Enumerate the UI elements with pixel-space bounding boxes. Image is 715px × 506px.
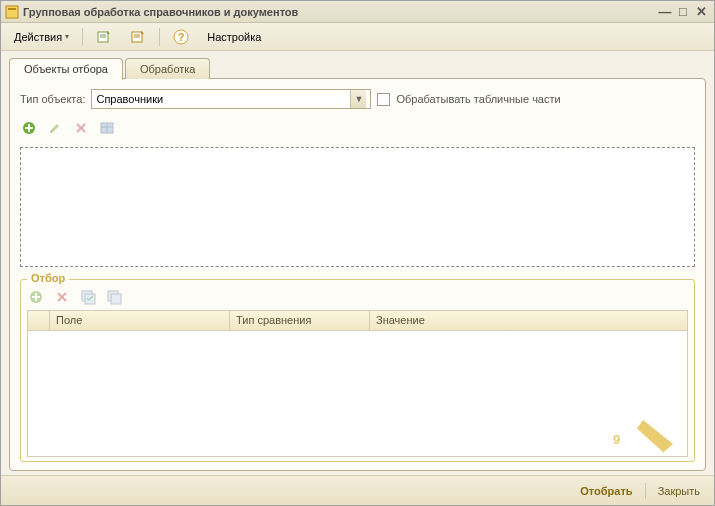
grid-col-value[interactable]: Значение [370, 311, 687, 330]
main-toolbar: Действия ? Настройка [1, 23, 714, 51]
footer: Отобрать Закрыть [1, 475, 714, 505]
select-button[interactable]: Отобрать [576, 483, 636, 499]
grid-header: Поле Тип сравнения Значение [28, 311, 687, 331]
filter-fieldset: Отбор Поле Тип сравне [20, 279, 695, 462]
window-title: Групповая обработка справочников и докум… [23, 6, 656, 18]
actions-menu[interactable]: Действия [7, 26, 76, 48]
tab-objects[interactable]: Объекты отбора [9, 58, 123, 80]
type-label: Тип объекта: [20, 93, 85, 105]
filter-uncheckall-icon [105, 288, 123, 306]
chevron-down-icon[interactable]: ▼ [350, 90, 366, 108]
toolbar-icon-2[interactable] [123, 26, 153, 48]
filter-legend: Отбор [27, 272, 69, 284]
title-bar: Групповая обработка справочников и докум… [1, 1, 714, 23]
toolbar-separator [82, 28, 83, 46]
objects-toolbar [20, 117, 695, 139]
close-window-button[interactable]: ✕ [692, 4, 710, 20]
settings-label: Настройка [207, 31, 261, 43]
close-button[interactable]: Закрыть [654, 483, 704, 499]
settings-button[interactable]: Настройка [200, 26, 268, 48]
tabs: Объекты отбора Обработка [9, 57, 706, 78]
table-icon [98, 119, 116, 137]
grid-col-field[interactable]: Поле [50, 311, 230, 330]
filter-toolbar [27, 286, 688, 310]
type-row: Тип объекта: Справочники ▼ Обрабатывать … [20, 89, 695, 109]
type-combo-value: Справочники [96, 93, 350, 105]
svg-rect-0 [6, 6, 18, 18]
svg-rect-1 [8, 8, 16, 10]
watermark-icon: 9 [577, 354, 688, 457]
grid-col-compare[interactable]: Тип сравнения [230, 311, 370, 330]
process-tabular-checkbox[interactable] [377, 93, 390, 106]
help-button[interactable]: ? [166, 26, 196, 48]
grid-col-check[interactable] [28, 311, 50, 330]
svg-text:9: 9 [613, 432, 620, 447]
filter-delete-icon [53, 288, 71, 306]
tab-processing[interactable]: Обработка [125, 58, 210, 79]
app-icon [5, 5, 19, 19]
process-tabular-label: Обрабатывать табличные части [396, 93, 560, 105]
footer-separator [645, 483, 646, 499]
grid-body[interactable]: 9 [28, 331, 687, 456]
edit-icon [46, 119, 64, 137]
objects-list[interactable] [20, 147, 695, 267]
delete-icon [72, 119, 90, 137]
add-icon[interactable] [20, 119, 38, 137]
toolbar-icon-1[interactable] [89, 26, 119, 48]
minimize-button[interactable]: — [656, 4, 674, 20]
filter-grid[interactable]: Поле Тип сравнения Значение 9 [27, 310, 688, 457]
type-combo[interactable]: Справочники ▼ [91, 89, 371, 109]
filter-add-icon [27, 288, 45, 306]
tab-body: Тип объекта: Справочники ▼ Обрабатывать … [9, 78, 706, 471]
svg-text:?: ? [178, 31, 185, 43]
actions-menu-label: Действия [14, 31, 62, 43]
svg-rect-26 [111, 294, 121, 304]
maximize-button[interactable]: □ [674, 4, 692, 20]
filter-checkall-icon [79, 288, 97, 306]
content-area: Объекты отбора Обработка Тип объекта: Сп… [1, 51, 714, 475]
toolbar-separator [159, 28, 160, 46]
